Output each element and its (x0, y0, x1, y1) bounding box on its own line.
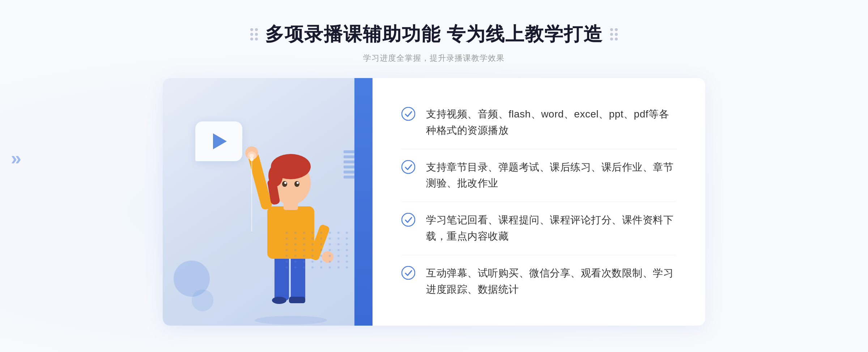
svg-point-23 (402, 107, 415, 120)
svg-point-26 (402, 266, 415, 279)
svg-point-17 (284, 182, 286, 184)
feature-item-3: 学习笔记回看、课程提问、课程评论打分、课件资料下载，重点内容收藏 (401, 202, 676, 255)
dots-pattern (286, 232, 351, 297)
feature-text-2: 支持章节目录、弹题考试、课后练习、课后作业、章节测验、批改作业 (426, 159, 676, 192)
feature-text-3: 学习笔记回看、课程提问、课程评论打分、课件资料下载，重点内容收藏 (426, 212, 676, 245)
svg-point-3 (272, 297, 286, 304)
left-arrow-decoration: » (11, 149, 21, 168)
check-icon-4 (401, 266, 415, 280)
svg-rect-4 (289, 297, 305, 303)
right-panel: 支持视频、音频、flash、word、excel、ppt、pdf等各种格式的资源… (373, 78, 705, 326)
play-triangle-icon (213, 133, 227, 149)
feature-item-4: 互动弹幕、试听购买、微信分享、观看次数限制、学习进度跟踪、数据统计 (401, 255, 676, 308)
feature-item-2: 支持章节目录、弹题考试、课后练习、课后作业、章节测验、批改作业 (401, 149, 676, 202)
svg-point-15 (282, 181, 287, 187)
svg-point-25 (402, 213, 415, 226)
header-section: 多项录播课辅助功能 专为线上教学打造 学习进度全掌握，提升录播课教学效果 (250, 0, 618, 64)
feature-text-1: 支持视频、音频、flash、word、excel、ppt、pdf等各种格式的资源… (426, 106, 676, 139)
check-icon-3 (401, 213, 415, 227)
check-icon-1 (401, 107, 415, 121)
svg-point-0 (255, 316, 327, 325)
feature-text-4: 互动弹幕、试听购买、微信分享、观看次数限制、学习进度跟踪、数据统计 (426, 265, 676, 298)
page-container: 多项录播课辅助功能 专为线上教学打造 学习进度全掌握，提升录播课教学效果 (0, 0, 868, 352)
title-row: 多项录播课辅助功能 专为线上教学打造 (250, 22, 618, 47)
deco-circle-small (192, 289, 213, 311)
dots-right-icon (610, 28, 618, 40)
check-icon-2 (401, 160, 415, 174)
svg-point-16 (294, 181, 299, 187)
accent-bar (354, 78, 373, 326)
dots-left-icon (250, 28, 258, 40)
page-subtitle: 学习进度全掌握，提升录播课教学效果 (250, 53, 618, 64)
svg-point-24 (402, 160, 415, 173)
left-illustration (163, 78, 373, 326)
main-content-card: 支持视频、音频、flash、word、excel、ppt、pdf等各种格式的资源… (163, 78, 705, 326)
feature-item-1: 支持视频、音频、flash、word、excel、ppt、pdf等各种格式的资源… (401, 96, 676, 149)
svg-point-18 (297, 182, 299, 184)
svg-point-22 (250, 154, 254, 158)
page-title: 多项录播课辅助功能 专为线上教学打造 (265, 22, 603, 47)
